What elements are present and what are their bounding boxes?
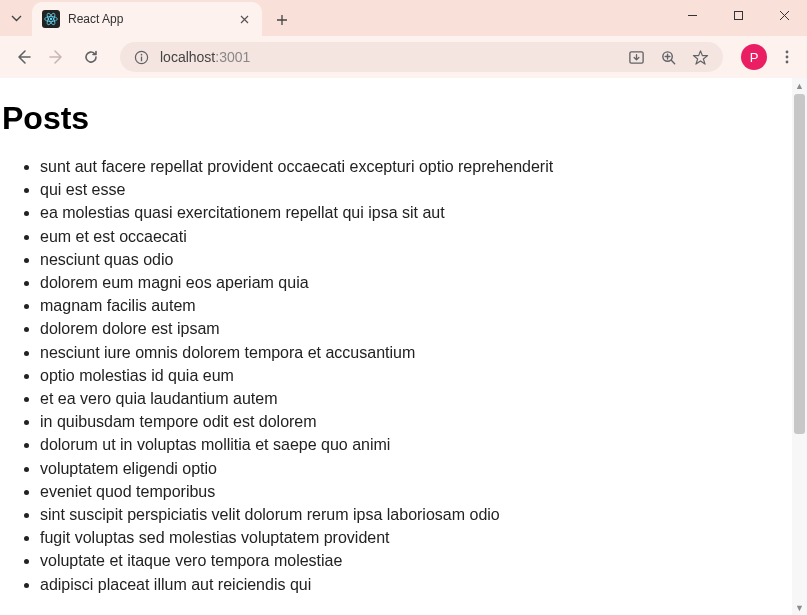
list-item: fugit voluptas sed molestias voluptatem … <box>40 526 807 549</box>
tab-close-button[interactable] <box>236 11 252 27</box>
svg-point-11 <box>786 56 789 59</box>
profile-initial: P <box>750 50 759 65</box>
list-item: eum et est occaecati <box>40 225 807 248</box>
address-bar[interactable]: localhost:3001 <box>120 42 723 72</box>
list-item: et ea vero quia laudantium autem <box>40 387 807 410</box>
minimize-button[interactable] <box>669 0 715 30</box>
page-viewport: Posts sunt aut facere repellat provident… <box>0 78 807 615</box>
toolbar: localhost:3001 P <box>0 36 807 78</box>
list-item: nesciunt quas odio <box>40 248 807 271</box>
maximize-button[interactable] <box>715 0 761 30</box>
svg-rect-7 <box>140 56 141 61</box>
browser-tab[interactable]: React App <box>32 2 262 36</box>
url-port: :3001 <box>215 49 250 65</box>
page-title: Posts <box>2 100 807 137</box>
list-item: adipisci placeat illum aut reiciendis qu… <box>40 573 807 596</box>
svg-rect-4 <box>734 11 742 19</box>
scrollbar-thumb[interactable] <box>794 94 805 434</box>
list-item: nesciunt iure omnis dolorem tempora et a… <box>40 341 807 364</box>
posts-list: sunt aut facere repellat provident occae… <box>0 155 807 596</box>
svg-point-6 <box>140 53 142 55</box>
titlebar: React App <box>0 0 807 36</box>
install-app-icon[interactable] <box>625 46 647 68</box>
tab-title: React App <box>68 12 236 26</box>
page-content: Posts sunt aut facere repellat provident… <box>0 78 807 615</box>
menu-button[interactable] <box>775 50 799 64</box>
site-info-icon[interactable] <box>132 48 150 66</box>
zoom-icon[interactable] <box>657 46 679 68</box>
list-item: dolorem eum magni eos aperiam quia <box>40 271 807 294</box>
url-text: localhost:3001 <box>160 49 250 65</box>
list-item: magnam facilis autem <box>40 294 807 317</box>
svg-point-12 <box>786 61 789 64</box>
forward-button[interactable] <box>42 42 72 72</box>
close-window-button[interactable] <box>761 0 807 30</box>
tab-search-button[interactable] <box>0 0 32 36</box>
back-button[interactable] <box>8 42 38 72</box>
list-item: dolorem dolore est ipsam <box>40 317 807 340</box>
scroll-up-arrow-icon[interactable]: ▲ <box>792 78 807 93</box>
list-item: ea molestias quasi exercitationem repell… <box>40 201 807 224</box>
list-item: voluptatem eligendi optio <box>40 457 807 480</box>
list-item: sunt aut facere repellat provident occae… <box>40 155 807 178</box>
list-item: optio molestias id quia eum <box>40 364 807 387</box>
window-controls <box>669 0 807 36</box>
scrollbar-track[interactable]: ▲ ▼ <box>792 78 807 615</box>
list-item: in quibusdam tempore odit est dolorem <box>40 410 807 433</box>
reload-button[interactable] <box>76 42 106 72</box>
url-host: localhost <box>160 49 215 65</box>
profile-avatar[interactable]: P <box>741 44 767 70</box>
list-item: voluptate et itaque vero tempora molesti… <box>40 549 807 572</box>
list-item: sint suscipit perspiciatis velit dolorum… <box>40 503 807 526</box>
new-tab-button[interactable] <box>268 6 296 34</box>
list-item: qui est esse <box>40 178 807 201</box>
bookmark-star-icon[interactable] <box>689 46 711 68</box>
svg-point-3 <box>50 18 52 20</box>
react-favicon-icon <box>42 10 60 28</box>
list-item: eveniet quod temporibus <box>40 480 807 503</box>
svg-point-10 <box>786 51 789 54</box>
list-item: dolorum ut in voluptas mollitia et saepe… <box>40 433 807 456</box>
scroll-down-arrow-icon[interactable]: ▼ <box>792 600 807 615</box>
